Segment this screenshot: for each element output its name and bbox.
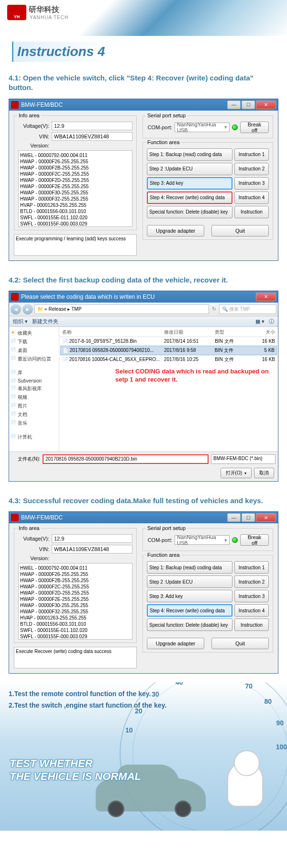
sidebar-documents[interactable]: 文档 (11, 410, 57, 419)
instruction2-button[interactable]: Instruction 2 (234, 163, 269, 175)
special-function-button[interactable]: Special function: Delete (disable) key (147, 206, 232, 218)
minimize-button[interactable]: — (227, 101, 241, 109)
file-dialog-window: Please select the coding data which is w… (9, 291, 278, 482)
status-led-icon (232, 124, 238, 130)
sidebar-recent[interactable]: 最近访问的位置 (11, 355, 57, 363)
com-port-label: COM-port: (147, 124, 175, 130)
function-area-label: Function area (146, 139, 181, 145)
quit-button[interactable]: Quit (211, 225, 269, 237)
function-area-label: Function area (146, 552, 181, 558)
close-button[interactable]: ✕ (256, 101, 276, 109)
sidebar-computer[interactable]: 计算机 (11, 433, 57, 441)
col-type[interactable]: 类型 (215, 329, 247, 336)
page-title-box: Instructions 4 (12, 42, 112, 62)
new-folder-button[interactable]: 新建文件夹 (32, 318, 58, 324)
path-segment-release[interactable]: Release (49, 306, 66, 312)
break-off-button[interactable]: Break off (240, 534, 269, 546)
step1-button[interactable]: Step 1: Backup (read) coding data (147, 561, 232, 574)
file-row[interactable]: 📄 2017-8-16_09'59'57'_95128.Bin2017/8/14… (60, 337, 277, 346)
voltage-field: 12.9 (52, 534, 132, 543)
instruction1-button[interactable]: Instruction 1 (234, 148, 269, 161)
close-button[interactable]: ✕ (256, 293, 276, 301)
sidebar-library[interactable]: 库 (11, 369, 57, 377)
mascot-illustration (227, 761, 263, 807)
minimize-button[interactable]: — (227, 513, 241, 522)
app-icon (11, 101, 19, 109)
maximize-button[interactable]: ☐ (242, 513, 255, 522)
file-row-selected[interactable]: 📄 20170816 095828-050000079408210...2017… (60, 346, 277, 355)
maximize-button[interactable]: ☐ (242, 101, 255, 109)
sidebar-downloads[interactable]: 下载 (11, 338, 57, 346)
col-name[interactable]: 名称 (62, 329, 164, 336)
app-icon (11, 514, 19, 521)
cancel-button[interactable]: 取消 (254, 468, 274, 478)
step4-button[interactable]: Step 4: Recover (write) coding data (147, 192, 232, 204)
col-date[interactable]: 修改日期 (164, 329, 215, 336)
instruction-special-button[interactable]: Instruction (234, 206, 269, 218)
path-segment-tmp[interactable]: TMP (71, 306, 81, 312)
refresh-icon[interactable]: ↻ (210, 306, 218, 312)
brand-cn: 研华科技 (29, 5, 68, 15)
titlebar: BMW-FEM/BDC — ☐ ✕ (9, 512, 278, 523)
quit-button[interactable]: Quit (211, 638, 269, 649)
folder-icon: 📁 (37, 306, 43, 312)
title-section: Instructions 4 (0, 36, 287, 68)
window-title: BMW-FEM/BDC (21, 514, 227, 521)
step3-button[interactable]: Step 3: Add key (147, 590, 232, 602)
sidebar-pictures[interactable]: 图片 (11, 402, 57, 410)
serial-port-group: Serial port setup COM-port: NanNingYanHu… (143, 528, 273, 551)
step-4-2-text: 4.2: Select the first backup coding data… (0, 270, 287, 291)
step-4-1-text: 4.1: Open the vehicle switch, click "Ste… (0, 68, 287, 99)
instruction3-button[interactable]: Instruction 3 (234, 177, 269, 190)
sidebar-desktop[interactable]: 桌面 (11, 346, 57, 355)
test-caption: TEST WHETHER THE VEHICLE IS NORMAL (10, 757, 141, 783)
sidebar-video[interactable]: 暴风影视库 (11, 384, 57, 393)
instruction-special-button[interactable]: Instruction (234, 619, 269, 631)
upgrade-adapter-button[interactable]: Upgrade adapter (147, 638, 204, 649)
sidebar-svn[interactable]: Subversion (11, 377, 57, 384)
filename-input[interactable] (43, 454, 209, 464)
upgrade-adapter-button[interactable]: Upgrade adapter (147, 225, 204, 237)
organize-menu[interactable]: 组织 ▾ (13, 318, 28, 324)
instruction4-button[interactable]: Instruction 4 (234, 604, 269, 617)
instruction4-button[interactable]: Instruction 4 (234, 192, 269, 204)
com-port-select[interactable]: NanNingYanHua USB (175, 123, 230, 132)
file-row[interactable]: 📄 20170816 100054-CALC_95XX_EEPRO...2017… (60, 355, 277, 364)
logo: 研华科技 YANHUA TECH (7, 5, 280, 20)
step4-button[interactable]: Step 4: Recover (write) coding data (147, 604, 232, 617)
open-button[interactable]: 打开(O) (221, 468, 252, 478)
sidebar-video2[interactable]: 视频 (11, 393, 57, 402)
break-off-button[interactable]: Break off (240, 122, 269, 133)
sidebar-favorites[interactable]: 收藏夹 (11, 329, 57, 338)
step2-button[interactable]: Step 2 :Update ECU (147, 575, 232, 588)
view-options[interactable]: ▦ ▾ ⓘ (255, 318, 274, 325)
filename-label: 文件名(N): (11, 456, 40, 462)
file-list: 名称 修改日期 类型 大小 📄 2017-8-16_09'59'57'_9512… (59, 327, 278, 451)
step3-button[interactable]: Step 3: Add key (147, 177, 232, 190)
filetype-filter[interactable]: BMW-FEM-BDC (*.bin) (211, 454, 276, 464)
instruction1-button[interactable]: Instruction 1 (234, 561, 269, 574)
special-function-button[interactable]: Special function: Delete (disable) key (147, 619, 232, 631)
info-area-label: Info area (17, 113, 41, 118)
file-dialog-titlebar: Please select the coding data which is w… (9, 291, 278, 303)
path-breadcrumb[interactable]: 📁« Release ▸ TMP (34, 304, 209, 314)
voltage-label: Voltage(V): (18, 536, 52, 541)
footer: 1.Test the remote control function of th… (0, 682, 287, 831)
com-port-select[interactable]: NanNingYanHua USB (175, 535, 230, 545)
com-port-label: COM-port: (147, 537, 175, 543)
instruction2-button[interactable]: Instruction 2 (234, 575, 269, 588)
search-input[interactable]: 🔍 搜索 TMP (219, 304, 276, 314)
app-window-2: BMW-FEM/BDC — ☐ ✕ Info area Voltage(V):1… (9, 511, 278, 674)
status-output: Execute Recover (write) coding data succ… (14, 647, 137, 668)
sidebar-music[interactable]: 音乐 (11, 419, 57, 428)
app-icon (11, 293, 19, 301)
step1-button[interactable]: Step 1: Backup (read) coding data (147, 148, 232, 161)
close-button[interactable]: ✕ (256, 513, 276, 522)
status-output: Execute programming / learning (add) key… (14, 234, 137, 256)
step2-button[interactable]: Step 2 :Update ECU (147, 163, 232, 175)
col-size[interactable]: 大小 (247, 329, 275, 336)
nav-forward-button[interactable]: ► (22, 304, 33, 315)
instruction3-button[interactable]: Instruction 3 (234, 590, 269, 602)
voltage-label: Voltage(V): (18, 123, 52, 129)
nav-back-button[interactable]: ◄ (11, 304, 21, 315)
